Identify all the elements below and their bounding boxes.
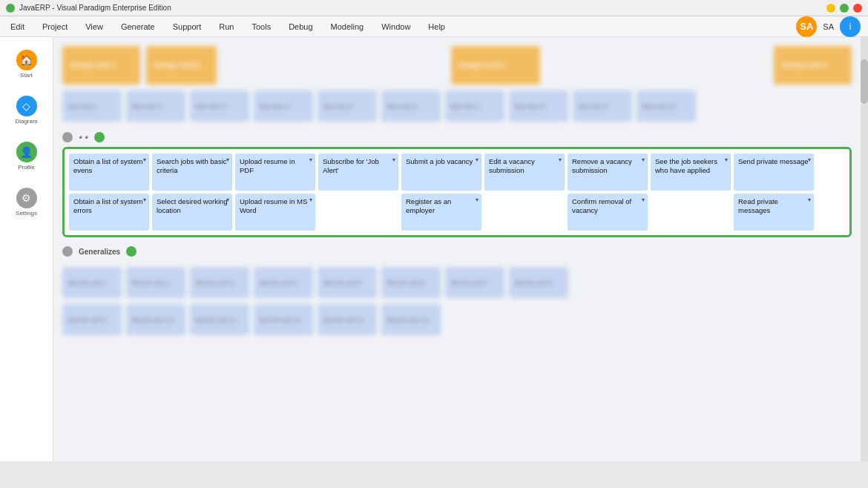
menu-tools[interactable]: Tools xyxy=(249,21,274,33)
cell-text-read-private: Read private messages xyxy=(738,197,809,216)
sidebar-item-profile[interactable]: 👤 Profile xyxy=(6,136,47,175)
cell-empty-1 xyxy=(318,194,398,231)
blue-card-9: Blue item 9 xyxy=(573,90,632,122)
app-logo xyxy=(6,4,15,13)
arrow-icon-0-3: ▾ xyxy=(392,156,395,164)
cell-remove-vacancy[interactable]: Remove a vacancy submission ▾ xyxy=(568,154,648,191)
cell-empty-2 xyxy=(484,194,565,231)
minimize-button[interactable] xyxy=(826,4,835,13)
bottom-card-8: Blurred card 8 xyxy=(509,267,568,298)
cell-text-obtain-list-evens: Obtain a list of system evens xyxy=(73,157,145,176)
bottom-card-6: Blurred card 6 xyxy=(381,267,441,298)
menu-generate[interactable]: Generate xyxy=(118,21,158,33)
menu-modeling[interactable]: Modeling xyxy=(328,21,367,33)
blue-card-6: Blue item 6 xyxy=(381,90,441,122)
cell-text-remove-vacancy: Remove a vacancy submission xyxy=(572,157,643,176)
menu-run[interactable]: Run xyxy=(216,21,237,33)
arrow-icon-1-0: ▾ xyxy=(143,197,146,204)
scrollbar-thumb[interactable] xyxy=(861,59,868,104)
title-bar: JavaERP - Visual Paradigm Enterprise Edi… xyxy=(0,0,868,16)
arrow-icon-0-1: ▾ xyxy=(226,156,229,164)
cell-confirm-removal[interactable]: Confirm removal of vacancy ▾ xyxy=(568,194,648,231)
bottom-card-1: Blurred card 1 xyxy=(62,267,122,298)
grid-row-2: Obtain a list of system errors ▾ Select … xyxy=(69,194,845,231)
cell-upload-msword[interactable]: Upload resume in MS Word ▾ xyxy=(235,194,315,231)
blurred-bottom-section: Blurred card 1 Blurred card 2 Blurred ca… xyxy=(62,267,852,335)
bottom-card-10: Blurred card 10 xyxy=(126,304,185,335)
sidebar-label-diagram: Diagram xyxy=(15,118,37,125)
menu-view[interactable]: View xyxy=(82,21,106,33)
arrow-icon-0-8: ▾ xyxy=(808,156,811,164)
arrow-icon-0-0: ▾ xyxy=(143,156,146,164)
menu-project[interactable]: Project xyxy=(39,21,70,33)
blue-card-1: Blue item 1 xyxy=(62,90,122,122)
cell-subscribe-job-alert[interactable]: Subscribe for 'Job Alert' ▾ xyxy=(318,154,398,191)
arrow-icon-1-6: ▾ xyxy=(642,197,645,204)
blue-card-4: Blue item 4 xyxy=(254,90,313,122)
cell-read-private[interactable]: Read private messages ▾ xyxy=(734,194,814,231)
window-controls xyxy=(826,4,862,13)
cell-text-subscribe: Subscribe for 'Job Alert' xyxy=(323,157,394,176)
cell-obtain-list-evens[interactable]: Obtain a list of system evens ▾ xyxy=(69,154,149,191)
cell-send-private[interactable]: Send private message ▾ xyxy=(734,154,814,191)
arrow-icon-1-4: ▾ xyxy=(476,197,479,204)
menu-debug[interactable]: Debug xyxy=(286,21,315,33)
blue-card-7: Blue item 7 xyxy=(445,90,504,122)
grid-row-1: Obtain a list of system evens ▾ Search j… xyxy=(69,154,845,191)
bottom-card-12: Blurred card 12 xyxy=(254,304,313,335)
bottom-card-13: Blurred card 13 xyxy=(318,304,377,335)
cell-text-select-location: Select desired working location xyxy=(157,197,228,216)
sidebar-item-settings[interactable]: ⚙ Settings xyxy=(6,182,47,221)
cell-text-send-private: Send private message xyxy=(738,157,809,166)
bottom-card-2: Blurred card 2 xyxy=(126,267,185,298)
section-divider-2: Generalizes xyxy=(62,246,852,257)
menu-help[interactable]: Help xyxy=(425,21,448,33)
bottom-blue-cards-2: Blurred card 9 Blurred card 10 Blurred c… xyxy=(62,304,852,335)
cell-obtain-list-errors[interactable]: Obtain a list of system errors ▾ xyxy=(69,194,149,231)
cell-select-location[interactable]: Select desired working location ▾ xyxy=(152,194,232,231)
cell-submit-vacancy[interactable]: Submit a job vacancy ▾ xyxy=(401,154,481,191)
arrow-icon-1-1: ▾ xyxy=(226,197,229,204)
cell-edit-vacancy[interactable]: Edit a vacancy submission ▾ xyxy=(484,154,565,191)
diagram-icon: ◇ xyxy=(16,96,37,116)
blue-card-2: Blue item 2 xyxy=(126,90,185,122)
cell-empty-3 xyxy=(651,194,731,231)
blue-cards-row: Blue item 1 Blue item 2 Blue item 3 Blue… xyxy=(62,90,852,122)
scrollbar-track[interactable] xyxy=(861,37,868,461)
divider-green-dot-2 xyxy=(126,246,137,257)
bottom-card-9: Blurred card 9 xyxy=(62,304,122,335)
arrow-icon-0-5: ▾ xyxy=(559,156,562,164)
bottom-blue-cards: Blurred card 1 Blurred card 2 Blurred ca… xyxy=(62,267,852,298)
divider-dot-1 xyxy=(62,132,73,142)
close-button[interactable] xyxy=(853,4,862,13)
arrow-icon-0-6: ▾ xyxy=(642,156,645,164)
cell-upload-pdf[interactable]: Upload resume in PDF ▾ xyxy=(235,154,315,191)
cell-register-employer[interactable]: Register as an employer ▾ xyxy=(401,194,481,231)
sidebar-label-profile: Profile xyxy=(18,164,35,171)
user-avatar[interactable]: SA xyxy=(796,16,817,37)
cell-text-confirm-removal: Confirm removal of vacancy xyxy=(572,197,643,216)
menu-window[interactable]: Window xyxy=(378,21,413,33)
menu-edit[interactable]: Edit xyxy=(7,21,27,33)
cell-see-job-seekers[interactable]: See the job seekers who have applied ▾ xyxy=(651,154,731,191)
bottom-card-3: Blurred card 3 xyxy=(190,267,249,298)
orange-card-4: Orange Card 4 xyxy=(774,46,852,85)
blue-card-5: Blue item 5 xyxy=(318,90,377,122)
blue-card-8: Blue item 8 xyxy=(509,90,568,122)
main-layout: 🏠 Start ◇ Diagram 👤 Profile ⚙ Settings O… xyxy=(0,37,868,461)
bottom-card-5: Blurred card 5 xyxy=(318,267,377,298)
divider-dot-2 xyxy=(62,246,73,257)
user-name-label: SA xyxy=(823,22,834,31)
sidebar-item-diagram[interactable]: ◇ Diagram xyxy=(6,90,47,129)
cell-search-jobs[interactable]: Search jobs with basic criteria ▾ xyxy=(152,154,232,191)
maximize-button[interactable] xyxy=(840,4,849,13)
sidebar-label-home: Start xyxy=(20,72,33,79)
sidebar-item-home[interactable]: 🏠 Start xyxy=(6,44,47,83)
bottom-card-4: Blurred card 4 xyxy=(254,267,313,298)
cell-text-upload-msword: Upload resume in MS Word xyxy=(240,197,311,216)
arrow-icon-0-7: ▾ xyxy=(725,156,728,164)
cell-text-register: Register as an employer xyxy=(406,197,477,216)
info-icon[interactable]: i xyxy=(840,16,861,37)
menu-support[interactable]: Support xyxy=(170,21,205,33)
blue-card-3: Blue item 3 xyxy=(190,90,249,122)
